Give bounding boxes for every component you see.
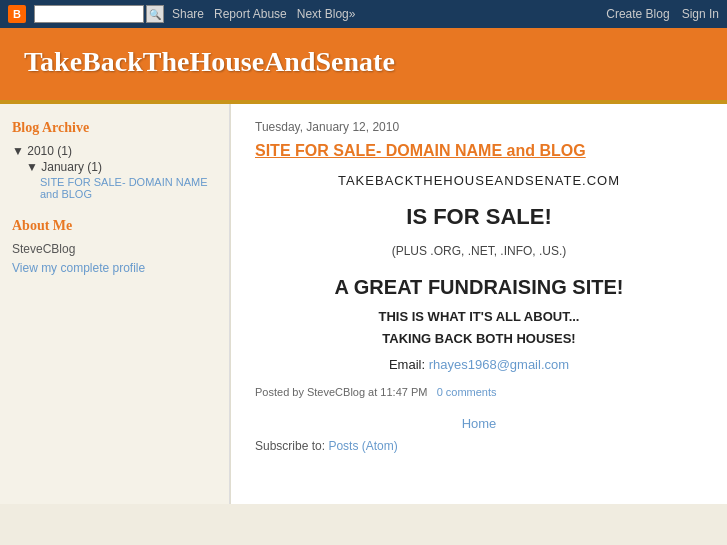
post-comments-link[interactable]: 0 comments [437, 386, 497, 398]
archive-month[interactable]: ▼ January (1) [26, 160, 217, 174]
post-fundraising: A GREAT FUNDRAISING SITE! [255, 270, 703, 304]
post-for-sale: IS FOR SALE! [255, 198, 703, 235]
subscribe-link[interactable]: Posts (Atom) [328, 439, 397, 453]
post-footer-posted: Posted by SteveCBlog at [255, 386, 377, 398]
post-footer-time: 11:47 PM [380, 386, 427, 398]
report-abuse-link[interactable]: Report Abuse [214, 7, 287, 21]
site-header: TakeBackTheHouseAndSenate [0, 28, 727, 104]
post-plus-line: (PLUS .ORG, .NET, .INFO, .US.) [255, 241, 703, 261]
post-tagline1: THIS IS WHAT IT'S ALL ABOUT... [255, 306, 703, 328]
main-layout: Blog Archive ▼ 2010 (1) ▼ January (1) SI… [0, 104, 727, 504]
post-nav: Home [255, 416, 703, 431]
post-domain: TAKEBACKTHEHOUSEANDSENATE.COM [255, 170, 703, 192]
next-blog-link[interactable]: Next Blog» [297, 7, 356, 21]
top-bar-right-links: Create Blog Sign In [606, 7, 719, 21]
sidebar: Blog Archive ▼ 2010 (1) ▼ January (1) SI… [0, 104, 230, 504]
share-link[interactable]: Share [172, 7, 204, 21]
top-navigation-bar: B 🔍 Share Report Abuse Next Blog» Create… [0, 0, 727, 28]
about-me-name: SteveCBlog [12, 242, 217, 256]
email-link[interactable]: rhayes1968@gmail.com [429, 357, 569, 372]
post-body: TAKEBACKTHEHOUSEANDSENATE.COM IS FOR SAL… [255, 170, 703, 376]
blogger-logo: B [8, 5, 26, 23]
subscribe-label: Subscribe to: [255, 439, 325, 453]
create-blog-link[interactable]: Create Blog [606, 7, 669, 21]
archive-year[interactable]: ▼ 2010 (1) [12, 144, 217, 158]
post-date: Tuesday, January 12, 2010 [255, 120, 703, 134]
post-tagline2: TAKING BACK BOTH HOUSES! [255, 328, 703, 350]
email-label: Email: [389, 357, 425, 372]
archive-post-link[interactable]: SITE FOR SALE- DOMAIN NAME and BLOG [40, 176, 217, 200]
top-bar-links: Share Report Abuse Next Blog» [172, 7, 355, 21]
post-email-line: Email: rhayes1968@gmail.com [255, 354, 703, 376]
main-content: Tuesday, January 12, 2010 SITE FOR SALE-… [230, 104, 727, 504]
blog-archive-title: Blog Archive [12, 120, 217, 136]
post-title[interactable]: SITE FOR SALE- DOMAIN NAME and BLOG [255, 142, 703, 160]
search-form: 🔍 [34, 5, 164, 23]
view-profile-link[interactable]: View my complete profile [12, 261, 145, 275]
subscribe-line: Subscribe to: Posts (Atom) [255, 439, 703, 453]
post-footer: Posted by SteveCBlog at 11:47 PM 0 comme… [255, 386, 703, 398]
about-me-section: About Me SteveCBlog View my complete pro… [12, 218, 217, 275]
search-button[interactable]: 🔍 [146, 5, 164, 23]
sign-in-link[interactable]: Sign In [682, 7, 719, 21]
home-link[interactable]: Home [462, 416, 497, 431]
about-me-title: About Me [12, 218, 217, 234]
search-input[interactable] [34, 5, 144, 23]
site-title: TakeBackTheHouseAndSenate [24, 46, 703, 78]
